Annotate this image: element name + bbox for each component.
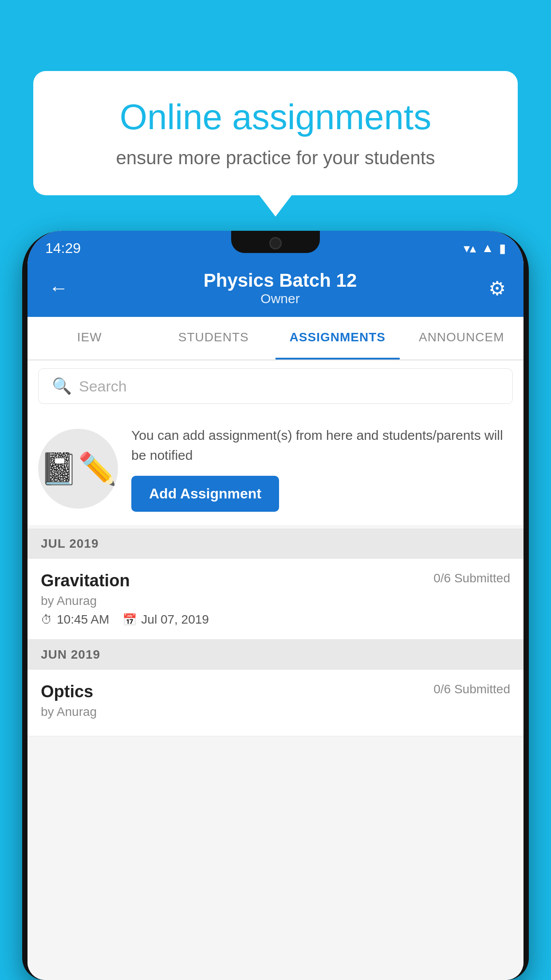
status-time: 14:29 xyxy=(45,240,81,257)
section-header-jun: JUN 2019 xyxy=(28,640,523,670)
search-icon: 🔍 xyxy=(52,377,72,395)
promo-description: You can add assignment(s) from here and … xyxy=(131,425,513,465)
promo-icon-circle: 📓✏️ xyxy=(38,429,118,509)
assignment-time-value: 10:45 AM xyxy=(57,612,109,627)
camera-icon xyxy=(269,237,282,249)
speech-bubble: Online assignments ensure more practice … xyxy=(33,71,518,195)
settings-button[interactable]: ⚙ xyxy=(488,277,506,300)
promo-text-area: You can add assignment(s) from here and … xyxy=(131,425,513,512)
phone-notch xyxy=(231,231,320,253)
notebook-icon: 📓✏️ xyxy=(39,450,117,487)
speech-bubble-container: Online assignments ensure more practice … xyxy=(33,71,518,195)
assignment-time-row: ⏱ 10:45 AM 📅 Jul 07, 2019 xyxy=(41,612,510,627)
assignment-item-optics[interactable]: Optics 0/6 Submitted by Anurag xyxy=(28,670,523,736)
tab-overview[interactable]: IEW xyxy=(28,317,152,360)
speech-bubble-subtitle: ensure more practice for your students xyxy=(64,147,487,169)
search-bar[interactable]: 🔍 Search xyxy=(38,368,513,404)
status-icons: ▾▴ ▲ ▮ xyxy=(464,241,506,256)
app-header: ← Physics Batch 12 Owner ⚙ xyxy=(28,261,523,317)
phone-screen: 14:29 ▾▴ ▲ ▮ ← Physics Batch 12 Owner ⚙ … xyxy=(28,231,523,980)
assignment-author: by Anurag xyxy=(41,594,510,608)
tab-assignments[interactable]: ASSIGNMENTS xyxy=(276,317,400,360)
assignment-submitted-optics: 0/6 Submitted xyxy=(433,682,510,696)
assignment-submitted: 0/6 Submitted xyxy=(433,571,510,585)
wifi-icon: ▾▴ xyxy=(464,241,476,256)
assignment-item-gravitation[interactable]: Gravitation 0/6 Submitted by Anurag ⏱ 10… xyxy=(28,559,523,640)
signal-icon: ▲ xyxy=(481,241,494,255)
assignment-author-optics: by Anurag xyxy=(41,705,510,719)
battery-icon: ▮ xyxy=(499,241,506,256)
assignment-date-value: Jul 07, 2019 xyxy=(141,612,209,627)
search-placeholder-text: Search xyxy=(79,378,127,395)
assignment-top-row-optics: Optics 0/6 Submitted xyxy=(41,682,510,701)
promo-section: 📓✏️ You can add assignment(s) from here … xyxy=(28,412,523,525)
speech-bubble-title: Online assignments xyxy=(64,98,487,137)
assignment-name: Gravitation xyxy=(41,571,130,590)
tab-announcements[interactable]: ANNOUNCEM xyxy=(400,317,524,360)
phone-frame: 14:29 ▾▴ ▲ ▮ ← Physics Batch 12 Owner ⚙ … xyxy=(22,231,529,980)
assignment-name-optics: Optics xyxy=(41,682,93,701)
section-header-jul: JUL 2019 xyxy=(28,529,523,559)
calendar-icon: 📅 xyxy=(122,613,137,627)
header-title-group: Physics Batch 12 Owner xyxy=(72,270,488,306)
tabs-container: IEW STUDENTS ASSIGNMENTS ANNOUNCEM xyxy=(28,317,523,360)
back-button[interactable]: ← xyxy=(45,273,72,303)
batch-role: Owner xyxy=(72,291,488,306)
add-assignment-button[interactable]: Add Assignment xyxy=(131,476,279,512)
assignment-top-row: Gravitation 0/6 Submitted xyxy=(41,571,510,590)
tab-students[interactable]: STUDENTS xyxy=(152,317,276,360)
search-bar-container: 🔍 Search xyxy=(28,360,523,412)
assignment-date: 📅 Jul 07, 2019 xyxy=(122,612,209,627)
clock-icon: ⏱ xyxy=(41,613,52,627)
assignment-time: ⏱ 10:45 AM xyxy=(41,612,109,627)
batch-title: Physics Batch 12 xyxy=(72,270,488,291)
content-area: 🔍 Search 📓✏️ You can add assignment(s) f… xyxy=(28,360,523,980)
